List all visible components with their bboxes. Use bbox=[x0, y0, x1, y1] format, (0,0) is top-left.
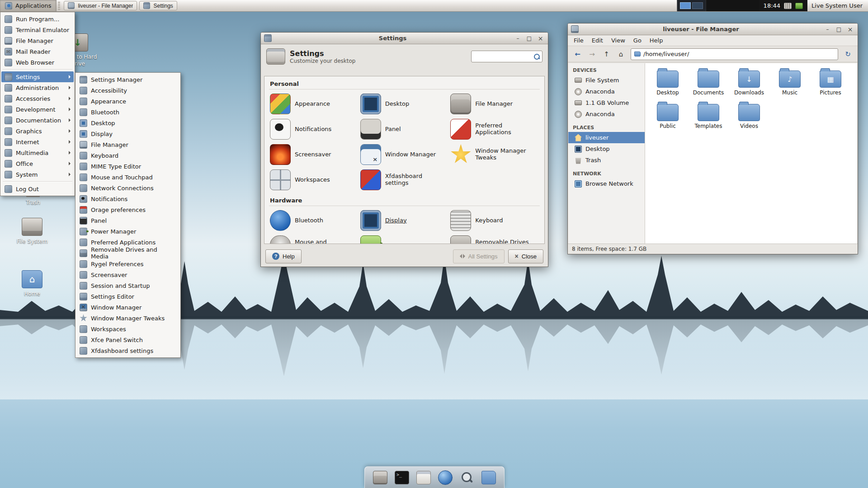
path-input[interactable] bbox=[643, 51, 835, 57]
menu-item[interactable]: Run Program... bbox=[1, 14, 74, 24]
submenu-item[interactable]: Power Manager bbox=[76, 226, 179, 237]
sidebar-device-item[interactable]: 1.1 GB Volume bbox=[568, 97, 645, 108]
clock[interactable]: 18:44 bbox=[764, 2, 780, 9]
status-tray-icon[interactable] bbox=[795, 3, 803, 9]
menubar-item[interactable]: View bbox=[607, 36, 629, 45]
menu-category-item[interactable]: Graphics bbox=[1, 126, 74, 136]
menu-item[interactable]: File Manager bbox=[1, 35, 74, 46]
submenu-item[interactable]: Appearance bbox=[76, 96, 179, 107]
menubar-item[interactable]: Help bbox=[646, 36, 667, 45]
settings-tile[interactable]: Xfdashboard settings bbox=[360, 169, 449, 190]
menu-category-item[interactable]: Administration bbox=[1, 82, 74, 93]
settings-tile[interactable]: Screensaver bbox=[270, 144, 359, 165]
submenu-item[interactable]: Xfdashboard settings bbox=[76, 345, 179, 356]
submenu-item[interactable]: Display bbox=[76, 128, 179, 139]
home-button[interactable] bbox=[614, 48, 627, 60]
menubar-item[interactable]: Go bbox=[629, 36, 646, 45]
taskbar-window-button[interactable]: liveuser - File Manager bbox=[64, 1, 137, 10]
close-button[interactable] bbox=[846, 25, 854, 33]
reload-button[interactable] bbox=[841, 48, 854, 60]
folder-item[interactable]: Documents bbox=[689, 70, 728, 96]
folder-item[interactable]: Pictures bbox=[811, 70, 850, 96]
dock-item[interactable] bbox=[480, 469, 498, 486]
menu-item[interactable]: Terminal Emulator bbox=[1, 24, 74, 35]
folder-item[interactable]: Videos bbox=[729, 104, 769, 129]
settings-tile[interactable]: Bluetooth bbox=[270, 210, 359, 231]
menubar-item[interactable]: Edit bbox=[588, 36, 607, 45]
menu-category-item[interactable]: Internet bbox=[1, 136, 74, 147]
submenu-item[interactable]: Bluetooth bbox=[76, 107, 179, 117]
menubar-item[interactable]: File bbox=[570, 36, 588, 45]
menu-category-item[interactable]: Multimedia bbox=[1, 147, 74, 158]
settings-tile[interactable]: Preferred Applications bbox=[450, 119, 539, 140]
submenu-item[interactable]: Desktop bbox=[76, 117, 179, 128]
settings-tile[interactable]: Appearance bbox=[270, 94, 359, 114]
maximize-button[interactable] bbox=[525, 34, 533, 42]
sidebar-device-item[interactable]: Anaconda bbox=[568, 108, 645, 120]
submenu-item[interactable]: Rygel Preferences bbox=[76, 258, 179, 269]
settings-search-input[interactable] bbox=[474, 53, 533, 60]
settings-tile[interactable]: Panel bbox=[360, 119, 449, 140]
folder-item[interactable]: Templates bbox=[689, 104, 728, 129]
submenu-item[interactable]: Accessibility bbox=[76, 85, 179, 96]
sidebar-device-item[interactable]: Anaconda bbox=[568, 86, 645, 97]
close-button[interactable] bbox=[536, 34, 545, 42]
all-settings-button[interactable]: All Settings bbox=[453, 249, 505, 263]
dock-item[interactable] bbox=[458, 469, 476, 486]
settings-tile[interactable]: Display bbox=[360, 210, 449, 231]
dock-item[interactable] bbox=[415, 469, 433, 486]
workspace-switcher[interactable] bbox=[677, 0, 706, 11]
folder-item[interactable]: Downloads bbox=[729, 70, 769, 96]
submenu-item[interactable]: Workspaces bbox=[76, 324, 179, 334]
keyboard-layout-icon[interactable] bbox=[784, 3, 792, 9]
help-button[interactable]: Help bbox=[265, 249, 302, 263]
menu-category-item[interactable]: Accessories bbox=[1, 93, 74, 104]
sidebar-network-item[interactable]: Browse Network bbox=[568, 178, 645, 189]
submenu-item[interactable]: Window Manager bbox=[76, 302, 179, 313]
settings-search[interactable] bbox=[471, 51, 542, 62]
submenu-item[interactable]: Window Manager Tweaks bbox=[76, 313, 179, 324]
submenu-item[interactable]: MIME Type Editor bbox=[76, 161, 179, 172]
submenu-item[interactable]: File Manager bbox=[76, 139, 179, 150]
submenu-item[interactable]: Mouse and Touchpad bbox=[76, 172, 179, 183]
close-settings-button[interactable]: × Close bbox=[508, 249, 543, 263]
settings-tile[interactable]: File Manager bbox=[450, 94, 539, 114]
settings-tile[interactable]: Keyboard bbox=[450, 210, 539, 231]
submenu-item[interactable]: Panel bbox=[76, 215, 179, 226]
workspace-1[interactable] bbox=[680, 2, 691, 9]
menu-category-item[interactable]: Documentation bbox=[1, 115, 74, 126]
sidebar-device-item[interactable]: File System bbox=[568, 75, 645, 86]
settings-tile[interactable]: Window Manager Tweaks bbox=[450, 144, 539, 165]
maximize-button[interactable] bbox=[835, 25, 843, 33]
dock-item[interactable] bbox=[393, 469, 411, 486]
menu-item[interactable]: Mail Reader bbox=[1, 46, 74, 57]
menu-category-item[interactable]: System bbox=[1, 169, 74, 180]
settings-tile[interactable]: Workspaces bbox=[270, 169, 359, 190]
submenu-item[interactable]: Xfce Panel Switch bbox=[76, 334, 179, 345]
settings-tile[interactable]: Removable Drives and Media bbox=[450, 235, 539, 244]
dock-item[interactable] bbox=[436, 469, 454, 486]
file-manager-titlebar[interactable]: liveuser - File Manager bbox=[568, 23, 858, 35]
dock-item[interactable] bbox=[371, 469, 389, 486]
file-manager-view[interactable]: Desktop Documents Downloads Music bbox=[645, 63, 857, 244]
submenu-item[interactable]: Removable Drives and Media bbox=[76, 248, 179, 258]
sidebar-place-item[interactable]: liveuser bbox=[568, 132, 645, 143]
sidebar-place-item[interactable]: Trash bbox=[568, 155, 645, 166]
submenu-item[interactable]: Orage preferences bbox=[76, 204, 179, 215]
submenu-item[interactable]: Network Connections bbox=[76, 183, 179, 193]
sidebar-place-item[interactable]: Desktop bbox=[568, 143, 645, 155]
back-button[interactable] bbox=[571, 48, 584, 60]
forward-button[interactable] bbox=[585, 48, 599, 60]
path-bar[interactable] bbox=[631, 48, 838, 60]
settings-tile[interactable]: Mouse and Touchpad bbox=[270, 235, 359, 244]
up-button[interactable] bbox=[600, 48, 613, 60]
submenu-item[interactable]: Keyboard bbox=[76, 150, 179, 161]
search-icon[interactable] bbox=[533, 53, 540, 60]
menu-category-item[interactable]: Office bbox=[1, 158, 74, 169]
settings-tile[interactable]: Power Manager bbox=[360, 235, 449, 244]
minimize-button[interactable] bbox=[823, 25, 832, 33]
desktop-icon-home[interactable]: Home bbox=[10, 270, 54, 297]
submenu-item[interactable]: Notifications bbox=[76, 193, 179, 204]
settings-tile[interactable]: Window Manager bbox=[360, 144, 449, 165]
folder-item[interactable]: Desktop bbox=[648, 70, 688, 96]
